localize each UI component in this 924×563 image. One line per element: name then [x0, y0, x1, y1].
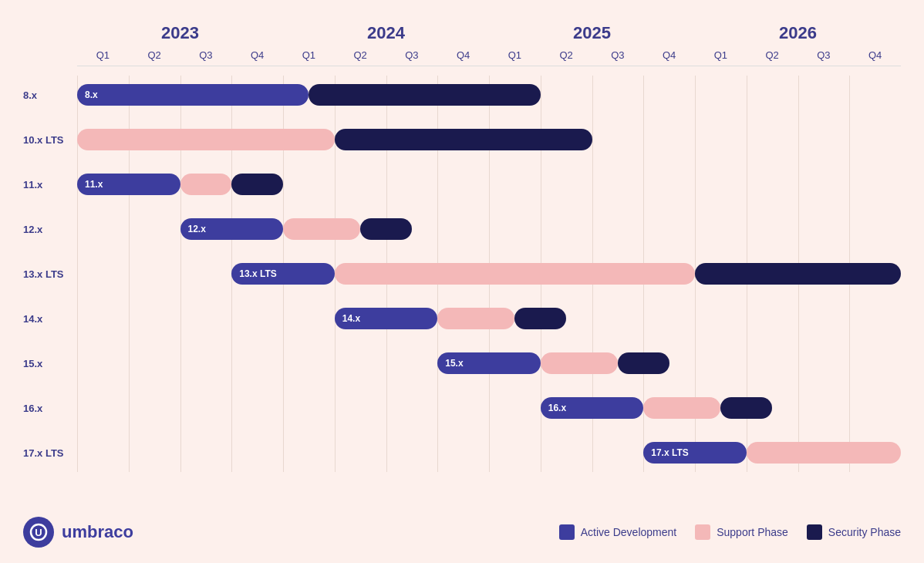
logo-text: umbraco [62, 522, 133, 542]
active-label: Active Development [581, 526, 677, 538]
version-label: 11.x [23, 179, 73, 190]
chart-container: 2023202420252026 Q1Q2Q3Q4Q1Q2Q3Q4Q1Q2Q3Q… [0, 0, 924, 563]
quarter-label: Q2 [541, 49, 592, 61]
bar-version-label: 12.x [188, 224, 206, 234]
bar-security [695, 263, 901, 285]
bar-version-label: 11.x [85, 179, 103, 190]
svg-text:U: U [35, 527, 42, 538]
bar-security [720, 397, 772, 419]
version-label: 14.x [23, 313, 73, 325]
quarter-label: Q1 [695, 49, 747, 61]
bar-active: 15.x [437, 352, 541, 374]
version-label: 15.x [23, 358, 73, 369]
support-label: Support Phase [717, 526, 788, 538]
legend-active: Active Development [559, 524, 677, 540]
bar-security [618, 352, 669, 374]
legend-area: Active Development Support Phase Securit… [559, 524, 901, 540]
bar-active: 16.x [541, 397, 644, 419]
gantt-row: 12.x12.x [77, 210, 901, 248]
bar-security [309, 84, 540, 106]
version-label: 12.x [23, 224, 73, 235]
bar-active: 11.x [77, 174, 180, 195]
bar-security [335, 129, 592, 150]
legend-security: Security Phase [807, 524, 901, 540]
gantt-area: 8.x8.x10.x LTS11.x11.x12.x12.x13.x LTS13… [77, 76, 901, 472]
year-label: 2024 [283, 23, 489, 43]
quarter-label: Q1 [77, 49, 129, 61]
legend-support: Support Phase [695, 524, 788, 540]
gantt-row: 15.x15.x [77, 344, 901, 383]
security-label: Security Phase [828, 526, 901, 538]
bar-support [643, 397, 720, 419]
gantt-row: 17.x LTS17.x LTS [77, 433, 901, 472]
quarter-label: Q2 [335, 49, 386, 61]
gantt-row: 8.x8.x [77, 76, 901, 114]
security-swatch [807, 524, 822, 540]
bar-version-label: 14.x [342, 313, 360, 324]
quarter-label: Q1 [489, 49, 541, 61]
bar-active: 17.x LTS [643, 442, 747, 464]
bar-support [77, 129, 335, 150]
year-headers: 2023202420252026 [77, 23, 901, 43]
quarter-label: Q4 [643, 49, 695, 61]
bar-version-label: 16.x [548, 403, 566, 413]
year-label: 2023 [77, 23, 283, 43]
bar-version-label: 13.x LTS [239, 268, 276, 279]
quarter-label: Q4 [231, 49, 283, 61]
bar-version-label: 15.x [445, 358, 463, 369]
bar-support [335, 263, 695, 285]
bar-active: 12.x [180, 218, 284, 240]
support-swatch [695, 524, 710, 540]
year-label: 2025 [489, 23, 695, 43]
version-label: 10.x LTS [23, 134, 73, 146]
bar-support [747, 442, 901, 464]
quarter-label: Q3 [386, 49, 438, 61]
quarter-label: Q3 [180, 49, 232, 61]
bar-security [360, 218, 412, 240]
quarter-label: Q2 [129, 49, 180, 61]
gantt-row: 10.x LTS [77, 120, 901, 159]
gantt-row: 14.x14.x [77, 299, 901, 338]
active-swatch [559, 524, 575, 540]
bar-support [180, 174, 232, 195]
bar-active: 13.x LTS [231, 263, 335, 285]
gantt-row: 13.x LTS13.x LTS [77, 255, 901, 293]
bar-security [231, 174, 283, 195]
version-label: 17.x LTS [23, 447, 73, 459]
bar-support [437, 308, 514, 329]
bar-security [514, 308, 566, 329]
bar-support [541, 352, 618, 374]
gantt-row: 16.x16.x [77, 389, 901, 427]
bar-active: 8.x [77, 84, 309, 106]
quarter-label: Q4 [849, 49, 901, 61]
gantt-row: 11.x11.x [77, 165, 901, 204]
bar-version-label: 8.x [85, 89, 98, 100]
bar-version-label: 17.x LTS [651, 447, 688, 458]
quarter-label: Q1 [283, 49, 335, 61]
quarter-label: Q2 [747, 49, 798, 61]
version-label: 8.x [23, 89, 73, 101]
quarter-row: Q1Q2Q3Q4Q1Q2Q3Q4Q1Q2Q3Q4Q1Q2Q3Q4 [77, 49, 901, 66]
version-label: 16.x [23, 403, 73, 414]
bar-active: 14.x [335, 308, 438, 329]
footer: U umbraco Active Development Support Pha… [23, 517, 901, 548]
logo-icon: U [23, 517, 54, 548]
bar-support [283, 218, 360, 240]
quarter-label: Q3 [592, 49, 644, 61]
version-label: 13.x LTS [23, 268, 73, 280]
quarter-label: Q3 [798, 49, 850, 61]
year-label: 2026 [695, 23, 901, 43]
logo-area: U umbraco [23, 517, 133, 548]
quarter-label: Q4 [437, 49, 489, 61]
